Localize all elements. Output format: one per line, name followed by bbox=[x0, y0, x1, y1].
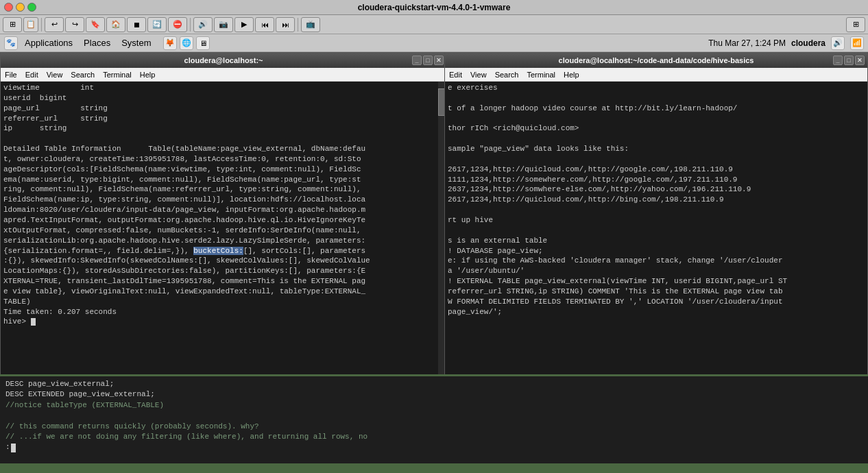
network-icon[interactable]: 📶 bbox=[850, 36, 864, 50]
taskbar-btn-1[interactable]: ⊞ bbox=[3, 17, 22, 32]
username-display: cloudera bbox=[791, 38, 825, 48]
r-line-11: 2637,1234,http://somwhere-else.com/,http… bbox=[448, 184, 865, 195]
r-line-23: page_view/'; bbox=[448, 307, 865, 317]
window-title-text: cloudera-quickstart-vm-4.4.0-1-vmware bbox=[358, 3, 511, 12]
terminal-right-titlebar: cloudera@localhost:~/code-and-data/code/… bbox=[445, 53, 867, 68]
term-left-edit[interactable]: Edit bbox=[24, 71, 40, 79]
line-2: userid bigint bbox=[3, 93, 437, 104]
taskbar-btn-last[interactable]: ⊞ bbox=[846, 17, 865, 32]
ed-line-4 bbox=[5, 411, 863, 421]
taskbar-btn-4[interactable]: ↪ bbox=[65, 17, 84, 32]
r-line-5: thor rICh <rich@quicloud.com> bbox=[448, 123, 865, 134]
taskbar-btn-2[interactable]: 📋 bbox=[23, 17, 38, 32]
taskbar-btn-12[interactable]: ▶ bbox=[234, 17, 254, 32]
applications-menu[interactable]: Applications bbox=[21, 36, 77, 49]
line-14: apred.TextInputFormat, outputFormat:org.… bbox=[3, 215, 437, 226]
r-line-15 bbox=[448, 226, 865, 236]
term-right-terminal[interactable]: Terminal bbox=[525, 71, 557, 79]
line-21: e view table}, viewOriginalText:null, vi… bbox=[3, 287, 437, 297]
terminal-left-title: cloudera@localhost:~ bbox=[184, 56, 263, 64]
r-line-4 bbox=[448, 114, 865, 124]
r-line-18: e: if using the AWS-backed 'cloudera man… bbox=[448, 256, 865, 266]
editor-content[interactable]: DESC page_view_external; DESC EXTENDED p… bbox=[0, 376, 868, 456]
window-title-bar: cloudera-quickstart-vm-4.4.0-1-vmware bbox=[0, 0, 868, 15]
terminal-right-menubar: Edit View Search Terminal Help bbox=[445, 68, 867, 82]
r-line-2 bbox=[448, 93, 865, 104]
term-left-search[interactable]: Search bbox=[69, 71, 96, 79]
line-5: ip string bbox=[3, 123, 437, 134]
line-16: serializationLib:org.apache.hadoop.hive.… bbox=[3, 236, 437, 246]
line-17: {serialization.format=,, field.delim=,})… bbox=[3, 246, 437, 256]
term-right-search[interactable]: Search bbox=[494, 71, 520, 79]
terminal-right-controls[interactable]: _ □ ✕ bbox=[833, 56, 865, 65]
line-11: ring, comment:null), FieldSchema(name:re… bbox=[3, 184, 437, 195]
minimize-button[interactable] bbox=[16, 3, 25, 12]
line-4: referrer_url string bbox=[3, 114, 437, 124]
term-left-terminal[interactable]: Terminal bbox=[101, 71, 133, 79]
system-bar-right: Thu Mar 27, 1:24 PM cloudera 🔊 📶 bbox=[708, 36, 864, 50]
browser-icon[interactable]: 🌐 bbox=[180, 36, 193, 50]
taskbar-btn-10[interactable]: 🔊 bbox=[193, 17, 213, 32]
r-line-12: 2617,1234,http://quicloud.com/,http://bi… bbox=[448, 195, 865, 205]
term-right-edit[interactable]: Edit bbox=[448, 71, 463, 79]
line-7: Detailed Table Information Table(tableNa… bbox=[3, 144, 437, 154]
r-line-19: a '/user/ubuntu/' bbox=[448, 266, 865, 276]
line-20: XTERNAL=TRUE, transient_lastDdlTime=1395… bbox=[3, 276, 437, 287]
r-line-20: ! EXTERNAL TABLE page_view_external(view… bbox=[448, 276, 865, 287]
terminal-left-titlebar: cloudera@localhost:~ _ □ ✕ bbox=[1, 53, 446, 68]
line-18: :{}), skewedInfo:SkewedInfo(skewedColNam… bbox=[3, 256, 437, 266]
term-left-help[interactable]: Help bbox=[138, 71, 157, 79]
firefox-icon[interactable]: 🦊 bbox=[163, 36, 177, 50]
taskbar-btn-15[interactable]: 📺 bbox=[301, 17, 320, 32]
taskbar-btn-11[interactable]: 📷 bbox=[214, 17, 233, 32]
places-menu[interactable]: Places bbox=[80, 36, 114, 49]
sep3 bbox=[298, 18, 298, 32]
term-right-minimize[interactable]: _ bbox=[833, 56, 843, 65]
taskbar-btn-6[interactable]: 🏠 bbox=[106, 17, 125, 32]
window-controls[interactable] bbox=[4, 3, 36, 12]
maximize-button[interactable] bbox=[27, 3, 36, 12]
r-line-13 bbox=[448, 205, 865, 215]
term-right-help[interactable]: Help bbox=[562, 71, 581, 79]
taskbar-btn-5[interactable]: 🔖 bbox=[86, 17, 105, 32]
line-19: LocationMaps:{}), storedAsSubDirectories… bbox=[3, 266, 437, 276]
taskbar-btn-13[interactable]: ⏮ bbox=[255, 17, 274, 32]
terminal-icon[interactable]: 🖥 bbox=[196, 36, 210, 50]
taskbar: ⊞ 📋 ↩ ↪ 🔖 🏠 ⏹ 🔄 ⛔ 🔊 📷 ▶ ⏮ ⏭ 📺 ⊞ bbox=[0, 15, 868, 34]
taskbar-btn-9[interactable]: ⛔ bbox=[168, 17, 187, 32]
term-left-close[interactable]: ✕ bbox=[434, 56, 444, 65]
datetime-display: Thu Mar 27, 1:24 PM bbox=[708, 38, 786, 48]
line-15: xtOutputFormat, compressed:false, numBuc… bbox=[3, 226, 437, 236]
terminal-right-title: cloudera@localhost:~/code-and-data/code/… bbox=[559, 56, 754, 64]
volume-icon[interactable]: 🔊 bbox=[831, 36, 845, 50]
close-button[interactable] bbox=[4, 3, 13, 12]
term-right-maximize[interactable]: □ bbox=[844, 56, 854, 65]
taskbar-btn-14[interactable]: ⏭ bbox=[276, 17, 295, 32]
system-menu[interactable]: System bbox=[117, 36, 155, 49]
line-9: ageDescriptor(cols:[FieldSchema(name:vie… bbox=[3, 165, 437, 175]
ed-line-7: : bbox=[5, 442, 863, 452]
term-left-file[interactable]: File bbox=[3, 71, 19, 79]
term-right-close[interactable]: ✕ bbox=[855, 56, 865, 65]
line-12: FieldSchema(name:ip, type:string, commen… bbox=[3, 195, 437, 205]
line-3: page_url string bbox=[3, 104, 437, 114]
r-line-6 bbox=[448, 134, 865, 144]
gnome-logo[interactable]: 🐾 bbox=[4, 36, 18, 50]
r-line-22: W FORMAT DELIMITED FIELDS TERMINATED BY … bbox=[448, 297, 865, 307]
line-8: t, owner:cloudera, createTime:1395951788… bbox=[3, 154, 437, 165]
term-left-maximize[interactable]: □ bbox=[423, 56, 433, 65]
term-left-minimize[interactable]: _ bbox=[412, 56, 422, 65]
taskbar-btn-7[interactable]: ⏹ bbox=[127, 17, 146, 32]
taskbar-btn-3[interactable]: ↩ bbox=[45, 17, 64, 32]
terminal-left-controls[interactable]: _ □ ✕ bbox=[412, 56, 444, 65]
r-line-10: 1111,1234,http://somewhere.com/,http://g… bbox=[448, 175, 865, 185]
taskbar-btn-8[interactable]: 🔄 bbox=[147, 17, 167, 32]
term-left-view[interactable]: View bbox=[45, 71, 64, 79]
ed-line-1: DESC page_view_external; bbox=[5, 379, 863, 389]
term-right-view[interactable]: View bbox=[469, 71, 488, 79]
ed-line-5: // this command returns quickly (probabl… bbox=[5, 422, 863, 432]
r-line-17: ! DATABASE page_view; bbox=[448, 246, 865, 256]
r-line-9: 2617,1234,http://quicloud.com/,http://go… bbox=[448, 165, 865, 175]
line-6 bbox=[3, 134, 437, 144]
line-10: ema(name:userid, type:bigint, comment:nu… bbox=[3, 175, 437, 185]
